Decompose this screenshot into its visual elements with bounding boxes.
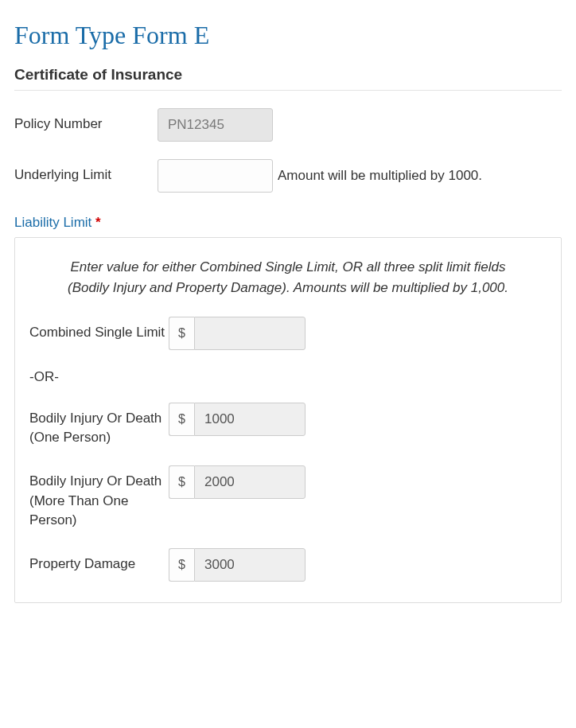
liability-instructions: Enter value for either Combined Single L…: [52, 257, 524, 299]
property-damage-row: Property Damage $: [29, 548, 547, 582]
policy-number-input: [158, 108, 273, 142]
or-separator: -OR-: [29, 369, 547, 385]
combined-single-limit-label: Combined Single Limit: [29, 317, 169, 343]
bodily-injury-more-row: Bodily Injury Or Death (More Than One Pe…: [29, 465, 547, 531]
underlying-limit-row: Underlying Limit Amount will be multipli…: [14, 159, 562, 193]
bodily-injury-one-row: Bodily Injury Or Death (One Person) $: [29, 403, 547, 448]
bodily-injury-more-input[interactable]: [194, 465, 306, 499]
page-title: Form Type Form E: [14, 21, 562, 50]
currency-icon: $: [169, 317, 194, 350]
property-damage-input[interactable]: [194, 548, 306, 582]
liability-panel: Enter value for either Combined Single L…: [14, 237, 562, 603]
liability-limit-legend-text: Liability Limit: [14, 215, 91, 230]
property-damage-label: Property Damage: [29, 548, 169, 574]
underlying-limit-input[interactable]: [158, 159, 273, 193]
policy-number-row: Policy Number: [14, 108, 562, 142]
currency-icon: $: [169, 465, 194, 499]
combined-single-limit-row: Combined Single Limit $: [29, 317, 547, 350]
bodily-injury-one-label: Bodily Injury Or Death (One Person): [29, 403, 169, 448]
liability-limit-legend: Liability Limit *: [14, 215, 562, 231]
required-mark: *: [95, 215, 101, 230]
bodily-injury-one-input[interactable]: [194, 403, 306, 436]
combined-single-limit-input[interactable]: [194, 317, 306, 350]
currency-icon: $: [169, 403, 194, 436]
underlying-limit-hint: Amount will be multiplied by 1000.: [278, 168, 482, 184]
policy-number-label: Policy Number: [14, 108, 158, 134]
bodily-injury-more-label: Bodily Injury Or Death (More Than One Pe…: [29, 465, 169, 531]
underlying-limit-label: Underlying Limit: [14, 159, 158, 185]
section-heading: Certificate of Insurance: [14, 66, 562, 91]
currency-icon: $: [169, 548, 194, 582]
